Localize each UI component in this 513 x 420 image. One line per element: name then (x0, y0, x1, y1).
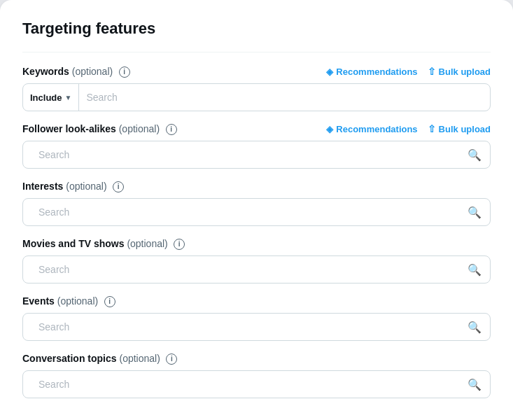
conversation-topics-search-icon: 🔍 (468, 378, 482, 391)
keywords-recommendations-link[interactable]: ◈ Recommendations (326, 66, 417, 77)
events-field-block: Events (optional) i 🔍 (22, 295, 491, 341)
events-info-icon[interactable]: i (104, 296, 115, 307)
interests-label: Interests (optional) (22, 181, 107, 192)
follower-look-alikes-field-header: Follower look-alikes (optional) i ◈ Reco… (22, 122, 491, 135)
follower-recommendations-link[interactable]: ◈ Recommendations (326, 124, 417, 134)
follower-bulk-upload-link[interactable]: ⇧ Bulk upload (428, 123, 491, 134)
interests-search-input[interactable] (31, 199, 468, 225)
interests-info-icon[interactable]: i (113, 181, 124, 192)
keywords-field-header: Keywords (optional) i ◈ Recommendations … (22, 65, 491, 78)
keywords-actions: ◈ Recommendations ⇧ Bulk upload (326, 66, 491, 77)
follower-look-alikes-label-group: Follower look-alikes (optional) i (22, 122, 177, 135)
conversation-topics-info-icon[interactable]: i (166, 354, 177, 365)
conversation-topics-input-container: 🔍 (22, 370, 491, 398)
movies-tv-shows-search-icon: 🔍 (468, 263, 482, 276)
follower-look-alikes-optional: (optional) (119, 123, 160, 134)
follower-search-icon: 🔍 (468, 148, 482, 162)
keywords-search-input[interactable] (79, 84, 490, 111)
keywords-bulk-upload-label: Bulk upload (439, 66, 491, 77)
recommendations-icon: ◈ (326, 66, 333, 77)
interests-search-icon: 🔍 (468, 206, 482, 219)
events-label: Events (optional) (22, 295, 98, 307)
conversation-topics-label-group: Conversation topics (optional) i (22, 352, 177, 365)
conversation-topics-field-header: Conversation topics (optional) i (22, 352, 491, 365)
targeting-features-card: Targeting features Keywords (optional) i… (0, 0, 513, 420)
movies-tv-shows-input-container: 🔍 (22, 255, 491, 284)
conversation-topics-label: Conversation topics (optional) (22, 353, 160, 364)
page-title: Targeting features (22, 20, 491, 38)
bulk-upload-icon: ⇧ (428, 66, 436, 77)
conversation-topics-search-input[interactable] (31, 371, 468, 398)
follower-look-alikes-search-input[interactable] (31, 141, 468, 168)
movies-tv-shows-optional: (optional) (127, 238, 167, 249)
events-input-container: 🔍 (22, 313, 491, 341)
follower-look-alikes-info-icon[interactable]: i (166, 124, 177, 135)
keywords-recommendations-label: Recommendations (336, 66, 417, 77)
events-search-input[interactable] (31, 314, 468, 340)
interests-field-header: Interests (optional) i (22, 180, 491, 192)
conversation-topics-optional: (optional) (119, 353, 160, 364)
events-field-header: Events (optional) i (22, 295, 491, 307)
movies-tv-shows-search-input[interactable] (31, 256, 468, 283)
events-optional: (optional) (57, 295, 98, 307)
events-search-icon: 🔍 (468, 321, 482, 334)
conversation-topics-field-block: Conversation topics (optional) i 🔍 (22, 352, 491, 398)
keywords-label-group: Keywords (optional) i (22, 65, 130, 78)
divider (22, 52, 491, 52)
keywords-bulk-upload-link[interactable]: ⇧ Bulk upload (428, 66, 491, 77)
interests-optional: (optional) (66, 181, 106, 192)
movies-tv-shows-field-header: Movies and TV shows (optional) i (22, 237, 491, 250)
follower-look-alikes-actions: ◈ Recommendations ⇧ Bulk upload (326, 123, 491, 134)
follower-recommendations-label: Recommendations (336, 124, 417, 134)
interests-label-group: Interests (optional) i (22, 180, 124, 192)
keywords-info-icon[interactable]: i (119, 66, 130, 78)
keywords-optional: (optional) (72, 66, 113, 77)
interests-field-block: Interests (optional) i 🔍 (22, 180, 491, 226)
keywords-field-block: Keywords (optional) i ◈ Recommendations … (22, 65, 491, 111)
include-label: Include (30, 92, 62, 103)
follower-look-alikes-field-block: Follower look-alikes (optional) i ◈ Reco… (22, 122, 491, 169)
keywords-include-dropdown[interactable]: Include ▼ (23, 84, 79, 111)
interests-input-container: 🔍 (22, 198, 491, 226)
movies-tv-shows-info-icon[interactable]: i (174, 239, 185, 250)
recommendations-icon-2: ◈ (326, 124, 333, 134)
movies-tv-shows-field-block: Movies and TV shows (optional) i 🔍 (22, 237, 491, 284)
follower-look-alikes-label: Follower look-alikes (optional) (22, 123, 160, 134)
chevron-down-icon: ▼ (65, 94, 72, 102)
keywords-input-container: Include ▼ (22, 83, 491, 111)
keywords-label: Keywords (optional) (22, 66, 113, 77)
bulk-upload-icon-2: ⇧ (428, 123, 436, 134)
movies-tv-shows-label: Movies and TV shows (optional) (22, 238, 168, 249)
follower-bulk-upload-label: Bulk upload (439, 124, 491, 134)
events-label-group: Events (optional) i (22, 295, 115, 307)
follower-look-alikes-input-container: 🔍 (22, 141, 491, 169)
movies-tv-shows-label-group: Movies and TV shows (optional) i (22, 237, 185, 250)
